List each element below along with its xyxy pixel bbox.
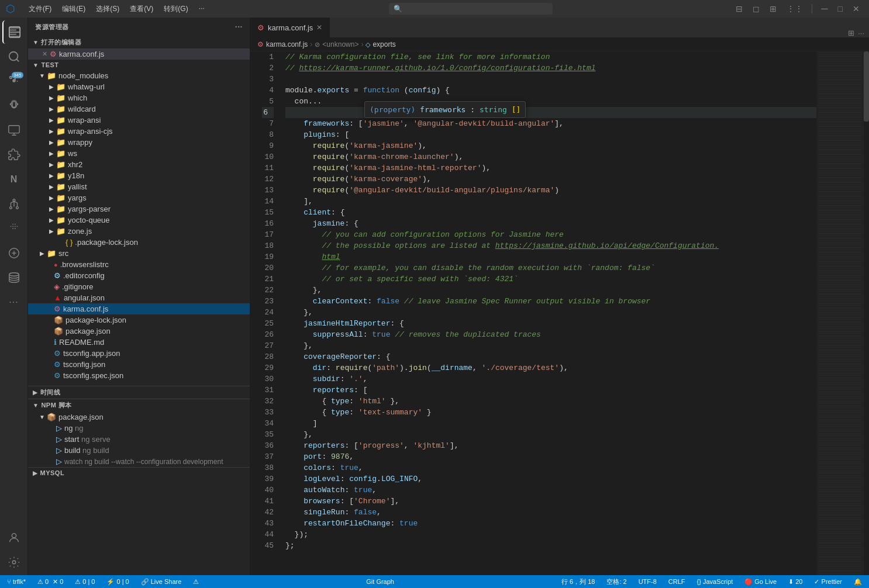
activity-notion[interactable]: N — [2, 168, 26, 191]
timeline-section[interactable]: ▶ 时间线 — [28, 386, 250, 399]
status-language[interactable]: {} JavaScript — [695, 575, 736, 588]
tree-wrap-ansi-cjs[interactable]: ▶ 📁 wrap-ansi-cjs — [28, 126, 250, 137]
npm-script-ng[interactable]: ▷ ng ng — [28, 423, 250, 434]
tree-karma-conf[interactable]: ⚙ karma.conf.js — [28, 303, 250, 314]
tree-readme[interactable]: ℹ README.md — [28, 337, 250, 348]
tree-tsconfig-spec[interactable]: ⚙ tsconfig.spec.json — [28, 370, 250, 381]
status-info[interactable]: ⚠ 0 | 0 — [73, 575, 97, 588]
activity-cross[interactable] — [2, 241, 26, 265]
menu-select[interactable]: 选择(S) — [91, 3, 124, 15]
activity-explorer[interactable] — [2, 20, 26, 44]
menu-more[interactable]: ··· — [194, 3, 209, 15]
mysql-section[interactable]: ▶ MYSQL — [28, 467, 250, 478]
close-file-icon[interactable]: ✕ — [42, 50, 47, 58]
activity-search[interactable] — [2, 45, 26, 68]
tree-which[interactable]: ▶ 📁 which — [28, 92, 250, 103]
status-sync[interactable]: ⬇ 20 — [786, 575, 805, 588]
status-errors[interactable]: ⚠ 0 ✕ 0 — [35, 575, 65, 588]
yallist-arrow: ▶ — [47, 184, 56, 190]
status-prettier[interactable]: ✓ Prettier — [812, 575, 844, 588]
status-eol[interactable]: CRLF — [666, 575, 688, 588]
global-search-input[interactable] — [389, 3, 553, 15]
tree-package-lock-json[interactable]: { } .package-lock.json — [28, 237, 250, 248]
status-git-graph[interactable]: Git Graph — [364, 575, 396, 588]
status-warning[interactable]: ⚠ — [191, 575, 201, 588]
tree-y18n[interactable]: ▶ 📁 y18n — [28, 170, 250, 181]
tree-yargs-parser[interactable]: ▶ 📁 yargs-parser — [28, 203, 250, 215]
layout-icon-2[interactable]: ◻ — [749, 3, 763, 15]
npm-package-json[interactable]: ▼ 📦 package.json — [28, 411, 250, 423]
npm-scripts-section[interactable]: ▼ NPM 脚本 — [28, 399, 250, 411]
status-notifications[interactable]: 🔔 — [851, 575, 864, 588]
status-spaces[interactable]: 空格: 2 — [604, 575, 629, 588]
tree-tsconfig-app[interactable]: ⚙ tsconfig.app.json — [28, 348, 250, 359]
activity-debug[interactable] — [2, 94, 26, 117]
more-actions-icon[interactable]: ··· — [858, 29, 864, 37]
tree-src[interactable]: ▶ 📁 src — [28, 248, 250, 259]
activity-database[interactable] — [2, 266, 26, 289]
status-live-share[interactable]: 🔗 Live Share — [139, 575, 184, 588]
tab-karma-conf[interactable]: ⚙ karma.conf.js ✕ — [250, 18, 330, 37]
menu-view[interactable]: 查看(V) — [125, 3, 158, 15]
menu-goto[interactable]: 转到(G) — [159, 3, 192, 15]
tree-browserslistrc[interactable]: ● .browserslistrc — [28, 259, 250, 270]
activity-extensions[interactable] — [2, 143, 26, 167]
tree-whatwg-url[interactable]: ▶ 📁 whatwg-url — [28, 81, 250, 92]
activity-more[interactable]: ··· — [2, 290, 26, 314]
folder-icon: 📁 — [56, 182, 65, 191]
status-encoding[interactable]: UTF-8 — [636, 575, 659, 588]
activity-settings[interactable] — [2, 551, 26, 574]
breadcrumb-exports[interactable]: exports — [373, 40, 395, 49]
activity-source-control[interactable]: 345 — [2, 70, 26, 93]
status-lightning[interactable]: ⚡ 0 | 0 — [104, 575, 131, 588]
code-line-16: jasmine: { — [285, 218, 816, 229]
status-go-live[interactable]: 🔴 Go Live — [742, 575, 779, 588]
activity-account[interactable] — [2, 526, 26, 549]
tree-tsconfig[interactable]: ⚙ tsconfig.json — [28, 359, 250, 370]
tree-node-modules[interactable]: ▼ 📁 node_modules — [28, 70, 250, 81]
status-line-col[interactable]: 行 6，列 18 — [559, 575, 597, 588]
open-editor-karma[interactable]: ✕ ⚙ karma.conf.js — [28, 49, 250, 60]
maximize-button[interactable]: □ — [834, 3, 846, 15]
status-git-branch[interactable]: ⑂ trflk* — [5, 575, 28, 588]
minimize-button[interactable]: ─ — [818, 2, 831, 15]
breadcrumb-file[interactable]: karma.conf.js — [266, 40, 308, 49]
layout-icon-4[interactable]: ⋮⋮ — [783, 3, 806, 15]
tree-yallist[interactable]: ▶ 📁 yallist — [28, 181, 250, 192]
layout-icon-1[interactable]: ⊟ — [732, 3, 746, 15]
tree-yocto-queue[interactable]: ▶ 📁 yocto-queue — [28, 215, 250, 226]
tree-yargs[interactable]: ▶ 📁 yargs — [28, 192, 250, 203]
breadcrumb-unknown[interactable]: <unknown> — [322, 40, 358, 49]
split-editor-icon[interactable]: ⊞ — [848, 29, 854, 37]
tab-close-button[interactable]: ✕ — [316, 23, 322, 32]
tree-gitignore[interactable]: ◈ .gitignore — [28, 281, 250, 292]
tree-wrap-ansi[interactable]: ▶ 📁 wrap-ansi — [28, 115, 250, 126]
explorer-root[interactable]: ▼ TEST — [28, 60, 250, 70]
open-editors-section[interactable]: ▼ 打开的编辑器 — [28, 36, 250, 49]
tree-wildcard[interactable]: ▶ 📁 wildcard — [28, 103, 250, 115]
menu-edit[interactable]: 编辑(E) — [57, 3, 90, 15]
tree-editorconfig[interactable]: ⚙ .editorconfig — [28, 270, 250, 281]
code-editor[interactable]: (property) frameworks : string [] // Kar… — [280, 51, 816, 575]
whatwg-arrow: ▶ — [47, 84, 56, 90]
npm-script-watch[interactable]: ▷ watch ng build --watch --configuration… — [28, 456, 250, 467]
breadcrumb-sep-1: › — [310, 40, 312, 49]
tree-package-json[interactable]: 📦 package.json — [28, 326, 250, 337]
tree-zone-js[interactable]: ▶ 📁 zone.js — [28, 226, 250, 237]
scrollbar-thumb[interactable] — [864, 51, 869, 122]
layout-icon-3[interactable]: ⊞ — [766, 3, 780, 15]
npm-script-build[interactable]: ▷ build ng build — [28, 445, 250, 456]
close-button[interactable]: ✕ — [849, 3, 863, 15]
sidebar-menu-icon[interactable]: ··· — [235, 22, 243, 32]
activity-gitgraph[interactable] — [2, 192, 26, 216]
tree-ws[interactable]: ▶ 📁 ws — [28, 148, 250, 159]
menu-file[interactable]: 文件(F) — [24, 3, 56, 15]
activity-docker[interactable] — [2, 217, 26, 240]
tree-angular-json[interactable]: ▲ angular.json — [28, 292, 250, 303]
activity-remote[interactable] — [2, 119, 26, 142]
tree-xhr2[interactable]: ▶ 📁 xhr2 — [28, 159, 250, 170]
npm-script-start[interactable]: ▷ start ng serve — [28, 434, 250, 445]
tree-package-lock[interactable]: 📦 package-lock.json — [28, 314, 250, 326]
editor-scrollbar[interactable] — [863, 51, 869, 575]
tree-wrappy[interactable]: ▶ 📁 wrappy — [28, 137, 250, 148]
